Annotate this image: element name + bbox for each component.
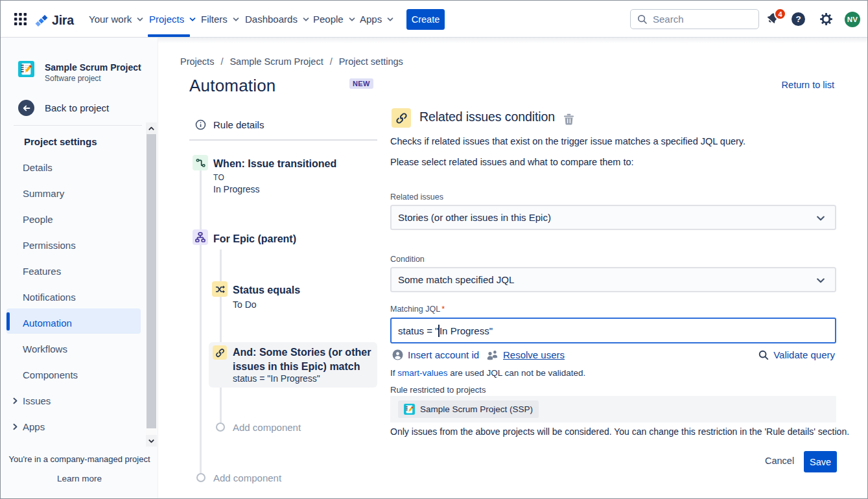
- sidebar-item-details[interactable]: Details: [23, 162, 53, 173]
- status-condition-value: To Do: [233, 299, 257, 310]
- create-button[interactable]: Create: [406, 9, 445, 30]
- topnav-item-dashboards[interactable]: Dashboards: [245, 1, 310, 37]
- restricted-note: Only issues from the above projects will…: [390, 426, 849, 437]
- resolve-users-button[interactable]: Resolve users: [487, 349, 565, 360]
- validate-query-button[interactable]: Validate query: [758, 349, 835, 360]
- people-icon: [487, 350, 499, 360]
- jira-window: Jira Your work Projects Filters Dashboar…: [0, 0, 868, 499]
- search-box[interactable]: [630, 9, 759, 29]
- panel-header-icon: [392, 108, 411, 128]
- chevron-down-icon: [148, 437, 155, 445]
- related-issues-label: Related issues: [390, 192, 443, 202]
- help-button[interactable]: ?: [792, 12, 805, 26]
- smart-values-link[interactable]: smart-values: [397, 368, 447, 378]
- sidebar-scrollbar[interactable]: [146, 122, 157, 447]
- add-component-circle-inner[interactable]: [216, 423, 225, 432]
- breadcrumb-project-settings[interactable]: Project settings: [339, 56, 403, 67]
- back-to-project-label[interactable]: Back to project: [45, 102, 109, 113]
- topnav-item-your-work[interactable]: Your work: [89, 1, 144, 37]
- breadcrumb: Projects / Sample Scrum Project / Projec…: [180, 56, 403, 67]
- project-name: Sample Scrum Project: [45, 62, 141, 73]
- notifications-count-badge: 4: [774, 8, 786, 20]
- save-button[interactable]: Save: [804, 451, 837, 472]
- search-input[interactable]: [653, 14, 750, 25]
- active-tab-underline: [148, 34, 190, 37]
- header-shadow: [158, 38, 867, 43]
- chevron-down-icon: [232, 16, 240, 23]
- project-chip[interactable]: Sample Scrum Project (SSP): [398, 400, 539, 418]
- topnav-item-projects[interactable]: Projects: [149, 1, 196, 37]
- related-issues-select[interactable]: Stories (or other issues in this Epic): [390, 205, 836, 230]
- chevron-down-icon: [386, 16, 394, 23]
- related-condition-icon[interactable]: [213, 345, 227, 360]
- cancel-button[interactable]: Cancel: [765, 456, 794, 466]
- sidebar-item-summary[interactable]: Summary: [23, 188, 64, 199]
- topnav-item-filters[interactable]: Filters: [201, 1, 240, 37]
- condition-select[interactable]: Some match specified JQL: [390, 267, 836, 292]
- learn-more-link[interactable]: Learn more: [1, 474, 158, 483]
- sidebar-section-title: Project settings: [24, 136, 97, 147]
- related-condition-title[interactable]: And: Some Stories (or other issues in th…: [233, 345, 381, 374]
- chevron-down-icon: [302, 16, 310, 23]
- scrollbar-thumb[interactable]: [147, 134, 156, 428]
- rule-details-link[interactable]: Rule details: [213, 119, 264, 130]
- rule-chain-connector-outer: [200, 170, 202, 473]
- search-icon: [637, 14, 648, 25]
- link-icon: [215, 348, 225, 358]
- restricted-projects-box: Sample Scrum Project (SSP): [390, 396, 836, 423]
- matching-jql-input[interactable]: status = "In Progress": [390, 318, 836, 343]
- panel-description: Checks if related issues that exist on t…: [390, 136, 745, 146]
- trigger-caps-line: TO: [213, 173, 224, 182]
- scrollbar-down-button[interactable]: [146, 435, 157, 447]
- add-component-inner[interactable]: Add component: [233, 422, 301, 433]
- related-condition-value: status = "In Progress": [233, 373, 320, 384]
- sidebar-item-notifications[interactable]: Notifications: [23, 292, 76, 303]
- sidebar-item-workflows[interactable]: Workflows: [23, 343, 67, 354]
- trigger-title[interactable]: When: Issue transitioned: [213, 158, 336, 170]
- user-avatar[interactable]: NV: [845, 12, 860, 27]
- topnav-item-apps[interactable]: Apps: [360, 1, 394, 37]
- settings-gear-icon: [819, 12, 834, 27]
- scrollbar-up-button[interactable]: [146, 122, 157, 134]
- required-asterisk: *: [441, 305, 445, 314]
- sidebar-item-components[interactable]: Components: [23, 369, 78, 380]
- breadcrumb-project-name[interactable]: Sample Scrum Project: [229, 56, 323, 67]
- back-to-project-button[interactable]: [18, 100, 34, 116]
- breadcrumb-projects[interactable]: Projects: [180, 56, 214, 67]
- sidebar-item-issues[interactable]: Issues: [23, 395, 51, 406]
- branch-title[interactable]: For Epic (parent): [213, 233, 296, 245]
- sidebar-item-permissions[interactable]: Permissions: [23, 240, 76, 251]
- insert-account-id-button[interactable]: Insert account id: [392, 349, 479, 360]
- sidebar-item-features[interactable]: Features: [23, 266, 61, 277]
- issue-transitioned-icon: [195, 157, 206, 168]
- topnav-item-people[interactable]: People: [313, 1, 356, 37]
- sidebar-item-automation[interactable]: Automation: [23, 318, 72, 329]
- branch-icon[interactable]: [193, 229, 208, 245]
- jira-logo[interactable]: Jira: [35, 13, 74, 28]
- selected-item-indicator: [6, 312, 10, 331]
- add-component-outer[interactable]: Add component: [213, 472, 281, 483]
- delete-condition-button[interactable]: [563, 113, 574, 128]
- trigger-icon[interactable]: [193, 155, 208, 170]
- project-avatar: [18, 61, 34, 80]
- status-condition-icon[interactable]: [212, 281, 228, 297]
- app-switcher-grid-icon: [14, 13, 27, 25]
- link-icon: [395, 112, 408, 124]
- chevron-down-icon: [815, 275, 826, 286]
- panel-prompt: Please select related issues and what to…: [390, 157, 634, 167]
- app-switcher-button[interactable]: [14, 13, 27, 25]
- trigger-value-line: In Progress: [213, 184, 260, 194]
- chevron-down-icon: [189, 16, 196, 23]
- return-to-list-link[interactable]: Return to list: [782, 80, 834, 90]
- chevron-right-icon: [12, 423, 19, 430]
- chevron-up-icon: [148, 125, 155, 132]
- sidebar-item-apps[interactable]: Apps: [23, 421, 45, 432]
- sidebar-footer-text: You're in a company-managed project: [1, 454, 158, 464]
- matching-jql-label: Matching JQL*: [390, 305, 445, 314]
- main-content: Projects / Sample Scrum Project / Projec…: [158, 38, 867, 498]
- settings-button[interactable]: [819, 12, 834, 27]
- sidebar-item-people[interactable]: People: [23, 214, 53, 225]
- chevron-right-icon: [12, 397, 19, 404]
- add-component-circle-outer[interactable]: [196, 473, 205, 482]
- status-condition-title[interactable]: Status equals: [233, 284, 300, 296]
